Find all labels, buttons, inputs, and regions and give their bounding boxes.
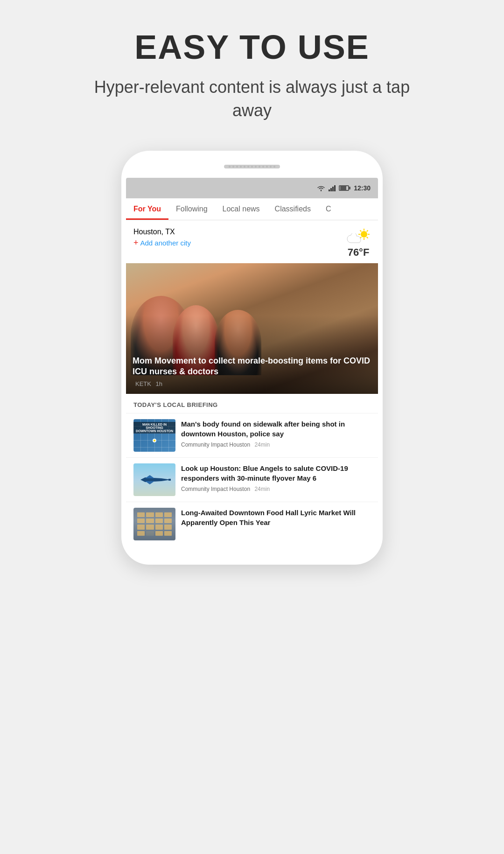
news-content-2: Look up Houston: Blue Angels to salute C…	[181, 463, 371, 496]
tab-more[interactable]: C	[318, 198, 339, 220]
news-item-1[interactable]: MAN KILLED IN SHOOTINGDOWNTOWN HOUSTON M…	[126, 413, 378, 457]
wifi-icon	[316, 185, 326, 191]
hero-text-overlay: Mom Movement to collect morale-boosting …	[126, 349, 378, 394]
svg-marker-13	[140, 477, 171, 482]
news-headline-1: Man's body found on sidewalk after being…	[181, 419, 371, 439]
tab-following[interactable]: Following	[168, 198, 215, 220]
svg-line-11	[367, 230, 368, 231]
news-thumb-3	[133, 508, 175, 540]
status-time: 12:30	[354, 184, 371, 192]
news-headline-2: Look up Houston: Blue Angels to salute C…	[181, 463, 371, 483]
svg-marker-15	[145, 481, 154, 484]
briefing-section: TODAY'S LOCAL BRIEFING MAN KILLED IN SHO…	[126, 394, 378, 546]
news-time-2: 24min	[254, 486, 270, 492]
news-content-1: Man's body found on sidewalk after being…	[181, 419, 371, 452]
hero-news-image[interactable]: Mom Movement to collect morale-boosting …	[126, 263, 378, 394]
svg-line-10	[367, 237, 368, 238]
location-bar: Houston, TX + Add another city	[126, 220, 378, 263]
news-meta-2: Community Impact Houston 24min	[181, 486, 371, 492]
add-city-button[interactable]: + Add another city	[133, 238, 191, 248]
hero-time: 1h	[156, 380, 162, 387]
news-thumb-2	[133, 463, 175, 496]
temperature: 76°F	[348, 246, 370, 259]
phone-speaker	[224, 165, 280, 168]
weather-icon-container	[346, 228, 371, 245]
tab-local-news[interactable]: Local news	[215, 198, 267, 220]
tab-bar: For You Following Local news Classifieds…	[126, 198, 378, 220]
news-content-3: Long-Awaited Downtown Food Hall Lyric Ma…	[181, 508, 371, 540]
svg-rect-1	[330, 188, 332, 191]
status-bar: 12:30	[126, 178, 378, 198]
svg-line-9	[360, 230, 362, 231]
news-meta-3	[181, 530, 371, 537]
page-subtitle: Hyper-relevant content is always just a …	[93, 76, 411, 123]
hero-source: KETK	[135, 380, 151, 387]
news-item-3[interactable]: Long-Awaited Downtown Food Hall Lyric Ma…	[126, 502, 378, 546]
signal-icon	[329, 185, 336, 191]
svg-rect-0	[329, 189, 330, 191]
battery-icon	[339, 185, 349, 191]
news-item-2[interactable]: Look up Houston: Blue Angels to salute C…	[126, 457, 378, 502]
add-city-label: Add another city	[140, 239, 191, 247]
city-name: Houston, TX	[133, 228, 191, 236]
phone-mockup: 12:30 For You Following Local news Class…	[121, 151, 383, 565]
news-meta-1: Community Impact Houston 24min	[181, 441, 371, 448]
briefing-header: TODAY'S LOCAL BRIEFING	[126, 394, 378, 413]
news-source-2: Community Impact Houston	[181, 486, 250, 492]
tab-for-you[interactable]: For You	[126, 198, 168, 220]
svg-rect-2	[332, 187, 334, 191]
hero-meta: KETK 1h	[133, 380, 371, 387]
news-thumb-1: MAN KILLED IN SHOOTINGDOWNTOWN HOUSTON	[133, 419, 175, 452]
svg-marker-14	[145, 475, 154, 478]
svg-rect-3	[334, 185, 336, 191]
weather-widget: 76°F	[346, 228, 371, 259]
jet-svg	[138, 473, 171, 487]
news-headline-3: Long-Awaited Downtown Food Hall Lyric Ma…	[181, 508, 371, 527]
phone-screen: 12:30 For You Following Local news Class…	[126, 178, 378, 546]
tab-classifieds[interactable]: Classifieds	[267, 198, 318, 220]
page-title: EASY TO USE	[134, 28, 370, 66]
news-time-1: 24min	[254, 441, 270, 448]
cloud-icon	[346, 233, 363, 245]
location-left: Houston, TX + Add another city	[133, 228, 191, 248]
svg-rect-16	[168, 479, 171, 481]
hero-headline: Mom Movement to collect morale-boosting …	[133, 356, 371, 378]
news-source-1: Community Impact Houston	[181, 441, 250, 448]
add-city-plus-icon: +	[133, 238, 139, 248]
